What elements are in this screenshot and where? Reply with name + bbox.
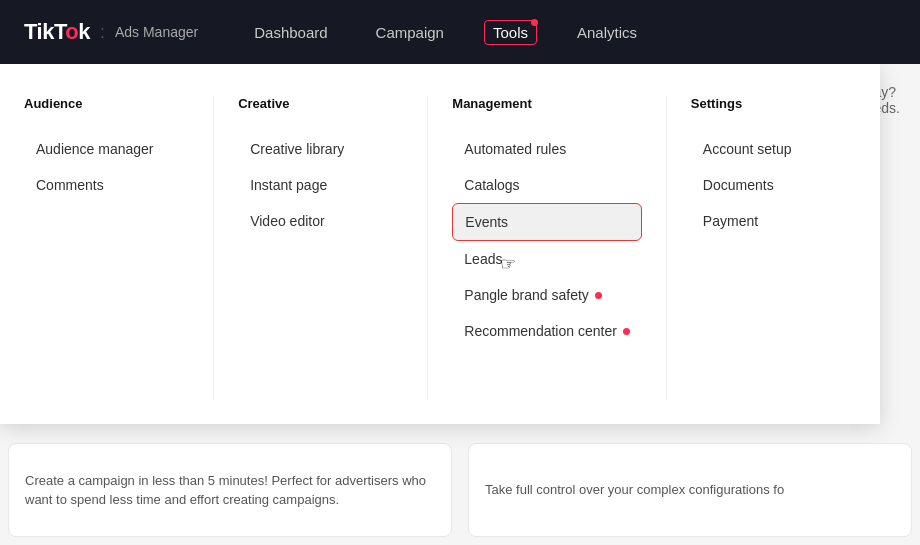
menu-payment[interactable]: Payment bbox=[691, 203, 856, 239]
pangle-dot bbox=[595, 292, 602, 299]
audience-column: Audience Audience manager Comments bbox=[0, 96, 214, 400]
top-navigation: TikTok : Ads Manager Dashboard Campaign … bbox=[0, 0, 920, 64]
menu-catalogs[interactable]: Catalogs bbox=[452, 167, 642, 203]
menu-documents[interactable]: Documents bbox=[691, 167, 856, 203]
menu-recommendation[interactable]: Recommendation center bbox=[452, 313, 642, 349]
menu-video-editor[interactable]: Video editor bbox=[238, 203, 403, 239]
bottom-card-2-text: Take full control over your complex conf… bbox=[485, 480, 895, 500]
recommendation-dot bbox=[623, 328, 630, 335]
settings-heading: Settings bbox=[691, 96, 856, 111]
management-column: Management Automated rules Catalogs Even… bbox=[428, 96, 667, 400]
logo-tiktok: TikTok bbox=[24, 19, 90, 45]
menu-events[interactable]: Events bbox=[452, 203, 642, 241]
bottom-card-2: Take full control over your complex conf… bbox=[468, 443, 912, 537]
tools-notification-dot bbox=[531, 19, 538, 26]
logo-subtitle: Ads Manager bbox=[115, 24, 198, 40]
settings-column: Settings Account setup Documents Payment bbox=[667, 96, 880, 400]
tools-dropdown: Audience Audience manager Comments Creat… bbox=[0, 64, 880, 424]
nav-tools[interactable]: Tools bbox=[484, 20, 537, 45]
menu-leads[interactable]: Leads bbox=[452, 241, 642, 277]
creative-heading: Creative bbox=[238, 96, 403, 111]
bottom-card-1: Create a campaign in less than 5 minutes… bbox=[8, 443, 452, 537]
menu-audience-manager[interactable]: Audience manager bbox=[24, 131, 189, 167]
management-heading: Management bbox=[452, 96, 642, 111]
menu-instant-page[interactable]: Instant page bbox=[238, 167, 403, 203]
nav-campaign[interactable]: Campaign bbox=[368, 20, 452, 45]
logo-area: TikTok : Ads Manager bbox=[24, 19, 198, 45]
audience-heading: Audience bbox=[24, 96, 189, 111]
menu-creative-library[interactable]: Creative library bbox=[238, 131, 403, 167]
bottom-cards-area: Create a campaign in less than 5 minutes… bbox=[0, 435, 920, 545]
creative-column: Creative Creative library Instant page V… bbox=[214, 96, 428, 400]
menu-comments[interactable]: Comments bbox=[24, 167, 189, 203]
menu-account-setup[interactable]: Account setup bbox=[691, 131, 856, 167]
menu-pangle[interactable]: Pangle brand safety bbox=[452, 277, 642, 313]
nav-analytics[interactable]: Analytics bbox=[569, 20, 645, 45]
nav-dashboard[interactable]: Dashboard bbox=[246, 20, 335, 45]
bottom-card-1-text: Create a campaign in less than 5 minutes… bbox=[25, 471, 435, 510]
menu-automated-rules[interactable]: Automated rules bbox=[452, 131, 642, 167]
